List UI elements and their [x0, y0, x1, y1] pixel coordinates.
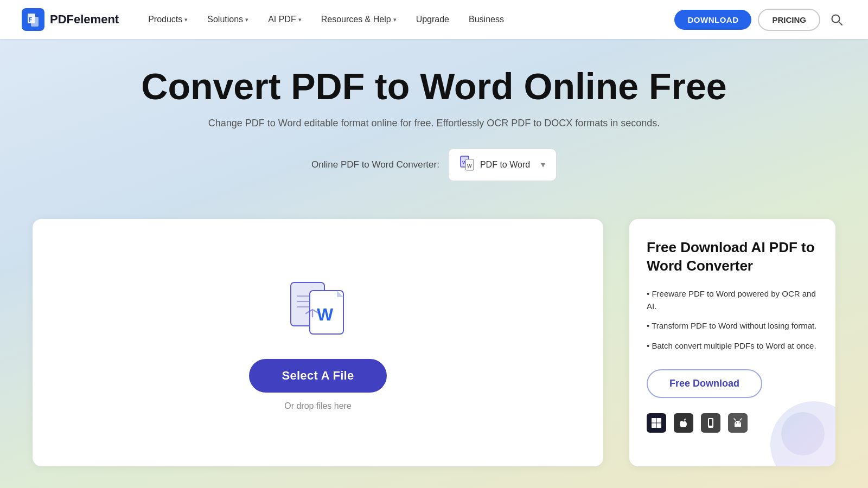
decorative-circle2: [781, 412, 825, 455]
feature-item: • Freeware PDF to Word powered by OCR an…: [647, 288, 818, 312]
pricing-button[interactable]: PRICING: [758, 9, 820, 31]
svg-text:F: F: [29, 17, 32, 23]
feature-item: • Batch convert multiple PDFs to Word at…: [647, 340, 818, 352]
logo-text: PDFelement: [50, 12, 119, 27]
converter-label: Online PDF to Word Converter:: [311, 159, 439, 170]
navbar: F PDFelement Products ▾ Solutions ▾ AI P…: [0, 0, 868, 39]
nav-item-business[interactable]: Business: [461, 10, 512, 29]
logo-icon: F: [22, 8, 44, 31]
svg-rect-22: [709, 419, 712, 426]
pdf-word-icon: W W: [459, 156, 475, 174]
logo-area[interactable]: F PDFelement: [22, 8, 119, 31]
nav-item-aipdf[interactable]: AI PDF ▾: [260, 10, 309, 29]
svg-point-25: [739, 422, 740, 423]
nav-item-upgrade[interactable]: Upgrade: [409, 10, 457, 29]
feature-item: • Transform PDF to Word without losing f…: [647, 320, 818, 332]
hero-top: Convert PDF to Word Online Free Change P…: [0, 39, 868, 219]
side-card-features: • Freeware PDF to Word powered by OCR an…: [647, 288, 818, 352]
side-card: Free Download AI PDF to Word Converter •…: [629, 219, 835, 466]
svg-point-23: [710, 426, 711, 427]
nav-links: Products ▾ Solutions ▾ AI PDF ▾ Resource…: [141, 10, 674, 29]
converter-value: PDF to Word: [480, 160, 530, 170]
hero-section: Convert PDF to Word Online Free Change P…: [0, 39, 868, 488]
svg-line-4: [839, 22, 842, 25]
chevron-icon: ▾: [245, 16, 248, 23]
ios-icon: [701, 413, 720, 433]
drop-text: Or drop files here: [284, 401, 352, 411]
hero-title: Convert PDF to Word Online Free: [43, 66, 825, 107]
upload-icon-area: W: [285, 274, 350, 342]
side-card-title: Free Download AI PDF to Word Converter: [647, 239, 818, 275]
converter-dropdown[interactable]: W W PDF to Word ▾: [448, 149, 557, 181]
svg-rect-20: [657, 423, 662, 428]
converter-selector: Online PDF to Word Converter: W W PDF to…: [311, 149, 557, 181]
download-button[interactable]: DOWNLOAD: [674, 10, 751, 30]
pdf-to-word-illustration: W: [285, 274, 350, 339]
svg-text:W: W: [467, 163, 472, 169]
svg-rect-17: [652, 418, 656, 423]
search-icon[interactable]: [827, 10, 846, 29]
nav-item-resources[interactable]: Resources & Help ▾: [314, 10, 404, 29]
chevron-icon: ▾: [393, 16, 397, 23]
svg-line-27: [740, 419, 742, 420]
free-download-button[interactable]: Free Download: [647, 369, 762, 398]
hero-subtitle: Change PDF to Word editable format onlin…: [43, 118, 825, 129]
upload-container: W Select A File Or drop files here: [33, 219, 603, 466]
page-wrapper: F PDFelement Products ▾ Solutions ▾ AI P…: [0, 0, 868, 488]
nav-item-solutions[interactable]: Solutions ▾: [200, 10, 256, 29]
svg-text:W: W: [317, 305, 334, 324]
dropdown-chevron-icon: ▾: [541, 159, 545, 170]
mac-icon: [674, 413, 693, 433]
svg-line-26: [734, 419, 736, 420]
nav-actions: DOWNLOAD PRICING: [674, 9, 846, 31]
nav-item-products[interactable]: Products ▾: [141, 10, 195, 29]
chevron-icon: ▾: [184, 16, 188, 23]
content-row: W Select A File Or drop files here Free …: [0, 219, 868, 488]
chevron-icon: ▾: [298, 16, 302, 23]
svg-rect-18: [657, 418, 662, 423]
android-icon: [728, 413, 748, 433]
svg-point-24: [736, 422, 737, 423]
windows-icon: [647, 413, 666, 433]
select-file-button[interactable]: Select A File: [249, 359, 386, 393]
svg-rect-19: [652, 423, 656, 428]
